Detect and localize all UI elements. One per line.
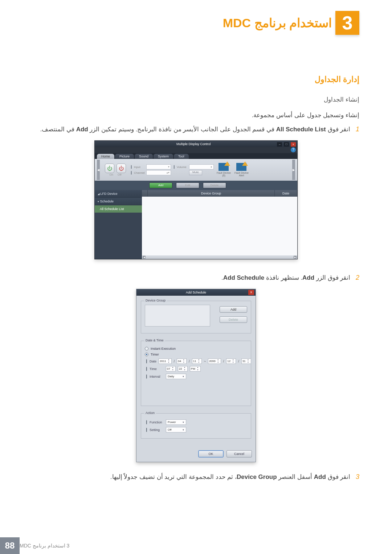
sidebar-item-all-schedule-list[interactable]: All Schedule List xyxy=(95,205,142,213)
date-month2-spinner[interactable]: 12▲▼ xyxy=(226,358,236,364)
date-year1-spinner[interactable]: 2011▲▼ xyxy=(159,358,172,364)
add-button[interactable]: Add xyxy=(149,182,172,188)
chapter-number: 3 xyxy=(335,11,359,35)
instant-execution-radio[interactable] xyxy=(145,347,148,350)
mdc-window: Multiple Display Control – □ x ? Home Pi… xyxy=(94,140,298,259)
help-icon[interactable]: ? xyxy=(291,147,296,152)
mdc-sidebar: ◢ LFD Device ▾ Schedule All Schedule Lis… xyxy=(95,190,142,259)
interval-label: ▎Interval xyxy=(146,375,164,378)
power-on-label: On xyxy=(109,173,113,176)
step-1: 1 انقر فوق All Schedule List في قسم الجد… xyxy=(33,126,359,133)
function-label: ▎Function xyxy=(146,420,164,424)
step-2-bold-a: Add xyxy=(302,274,314,281)
fault-device-count[interactable]: Fault Device (0) xyxy=(217,163,231,177)
tab-sound[interactable]: Sound xyxy=(135,154,153,159)
scroll-left-icon[interactable]: ◀ xyxy=(143,256,146,259)
time-minute-spinner[interactable]: 22▲▼ xyxy=(178,366,188,372)
mdc-tabs: Home Picture Sound System Tool xyxy=(95,153,297,159)
date-day1-spinner[interactable]: 11▲▼ xyxy=(192,358,202,364)
step-3-text-b: أسفل العنصر xyxy=(277,473,314,480)
edit-button[interactable]: Edit xyxy=(176,182,199,188)
chapter-title: استخدام برنامج MDC xyxy=(223,11,332,35)
ok-button[interactable]: OK xyxy=(198,450,224,457)
step-1-text-a: انقر فوق xyxy=(326,126,350,133)
sub-heading: إنشاء الجداول xyxy=(33,96,359,103)
action-legend: Action xyxy=(144,411,156,415)
grid-header: Device Group Date xyxy=(142,190,297,197)
close-button[interactable]: x xyxy=(291,142,296,147)
step-3-bold-b: Device Group xyxy=(237,473,277,480)
mdc-body: ◢ LFD Device ▾ Schedule All Schedule Lis… xyxy=(95,190,297,259)
device-group-panel: Device Group Add Delete xyxy=(141,301,251,333)
grid-col-device-group[interactable]: Device Group xyxy=(148,190,275,197)
step-1-number: 1 xyxy=(356,126,359,133)
mute-button[interactable]: Mute xyxy=(189,170,202,175)
tab-tool[interactable]: Tool xyxy=(174,154,189,159)
power-off-button[interactable]: ⏻ xyxy=(117,164,126,173)
toolbar-scroll-left[interactable]: ◀ xyxy=(97,160,100,180)
fault-group: Fault Device (0) Fault Device Alert xyxy=(217,163,249,177)
date-year2-spinner[interactable]: 2099▲▼ xyxy=(208,358,221,364)
date-label: ▎Date xyxy=(146,360,156,363)
dialog-title: Add Schedule xyxy=(186,291,206,294)
tab-system[interactable]: System xyxy=(154,154,173,159)
power-on-button[interactable]: ⏻ xyxy=(105,164,114,173)
input-group: ▎Input ▾ ▎Channel ▴▾ xyxy=(131,164,171,176)
grid-col-check[interactable] xyxy=(142,190,148,197)
intro-text: إنشاء وتسجيل جدول على أساس مجموعة. xyxy=(33,111,359,119)
sidebar-item-schedule[interactable]: ▾ Schedule xyxy=(95,198,142,205)
action-panel: Action ▎Function Power▼ ▎Setting Off▼ xyxy=(141,413,251,439)
input-label: ▎Input xyxy=(131,165,145,169)
delete-button[interactable]: Delete xyxy=(203,182,226,188)
step-1-bold-a: All Schedule List xyxy=(276,126,326,133)
dialog-footer: OK Cancel xyxy=(136,450,256,462)
step-2-number: 2 xyxy=(356,274,359,281)
device-delete-button[interactable]: Delete xyxy=(220,316,247,323)
add-schedule-dialog: Add Schedule x Device Group Add Delete D… xyxy=(136,289,256,462)
sidebar-item-lfd[interactable]: ◢ LFD Device xyxy=(95,190,142,198)
interval-dropdown[interactable]: Daily▼ xyxy=(166,374,186,379)
tab-home[interactable]: Home xyxy=(97,154,114,159)
device-group-legend: Device Group xyxy=(144,299,167,302)
dialog-close-button[interactable]: x xyxy=(248,290,254,295)
setting-dropdown[interactable]: Off▼ xyxy=(166,427,186,432)
step-3-number: 3 xyxy=(356,473,359,480)
input-dropdown[interactable]: ▾ xyxy=(146,164,171,169)
minimize-button[interactable]: – xyxy=(277,142,282,147)
step-2: 2 انقر فوق الزر Add. ستظهر نافذة Add Sch… xyxy=(33,274,359,282)
volume-group: ▎Volume ▸ Mute xyxy=(174,164,214,176)
toolbar-scroll-right[interactable]: ▶ xyxy=(292,160,295,180)
grid-body xyxy=(142,197,297,255)
maximize-button[interactable]: □ xyxy=(284,142,289,147)
step-3: 3 انقر فوق Add أسفل العنصر Device Group،… xyxy=(33,473,359,481)
step-1-text-c: في المنتصف. xyxy=(40,126,76,133)
device-group-list[interactable] xyxy=(145,305,210,327)
footer-text: 3 استخدام برنامج MDC xyxy=(20,543,69,549)
fault-device-alert[interactable]: Fault Device Alert xyxy=(234,163,249,177)
instant-execution-label: Instant Execution xyxy=(151,347,176,350)
mdc-main: Device Group Date ◀ ▶ xyxy=(142,190,297,259)
device-add-button[interactable]: Add xyxy=(220,306,247,313)
timer-radio[interactable] xyxy=(145,353,148,356)
power-off-label: Off xyxy=(118,173,122,176)
horizontal-scrollbar[interactable]: ◀ ▶ xyxy=(142,255,297,259)
channel-spinner[interactable]: ▴▾ xyxy=(146,170,171,175)
cancel-button[interactable]: Cancel xyxy=(226,450,252,457)
time-hour-spinner[interactable]: 07▲▼ xyxy=(166,366,176,372)
fault-alert-icon xyxy=(236,163,246,171)
scroll-right-icon[interactable]: ▶ xyxy=(294,256,297,259)
mdc-window-buttons: – □ x xyxy=(276,142,296,147)
channel-label: ▎Channel xyxy=(131,171,145,175)
date-range-tilde: ~ xyxy=(204,360,206,363)
function-dropdown[interactable]: Power▼ xyxy=(166,419,186,425)
time-ampm-spinner[interactable]: PM▲▼ xyxy=(190,366,201,372)
fault-device-icon xyxy=(219,163,229,171)
timer-label: Timer xyxy=(151,353,159,356)
mdc-actionbar: Add Edit Delete xyxy=(95,181,297,190)
time-label: ▎Time xyxy=(146,367,164,371)
tab-picture[interactable]: Picture xyxy=(115,154,134,159)
volume-slider[interactable]: ▸ xyxy=(189,164,214,169)
date-month1-spinner[interactable]: 04▲▼ xyxy=(177,358,187,364)
grid-col-date[interactable]: Date xyxy=(275,190,297,197)
date-day2-spinner[interactable]: 31▲▼ xyxy=(241,358,251,364)
